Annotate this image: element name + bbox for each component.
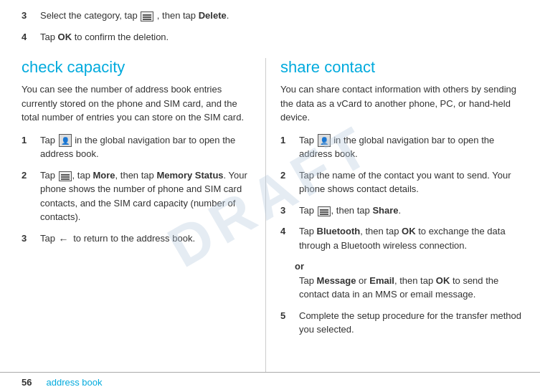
share-step-3: 3 Tap , then tap Share.: [280, 204, 526, 218]
footer-label: address book: [46, 377, 102, 388]
footer: 56 address book: [0, 372, 540, 392]
person-icon-share: 👤: [318, 134, 331, 147]
share-step-text-4: Tap Bluetooth, then tap OK to exchange t…: [299, 224, 526, 252]
share-step-number-3: 3: [280, 204, 295, 218]
step-text: Select the category, tap , then tap Dele…: [40, 9, 265, 23]
share-step-number-1: 1: [280, 133, 295, 161]
share-step-text-2: Tap the name of the contact you want to …: [299, 168, 526, 196]
right-column: share contact You can share contact info…: [265, 58, 540, 372]
share-step-text-3: Tap , then tap Share.: [299, 204, 526, 218]
step-text: Tap OK to confirm the deletion.: [40, 30, 265, 44]
step-number-1: 1: [22, 133, 36, 161]
step-text-3: Tap ← to return to the address book.: [40, 231, 251, 246]
share-contact-steps: 1 Tap 👤 in the global navigation bar to …: [280, 133, 526, 337]
check-capacity-steps: 1 Tap 👤 in the global navigation bar to …: [22, 133, 251, 246]
share-step-text-5: Complete the setup procedure for the tra…: [299, 309, 526, 337]
menu-icon-2: [59, 171, 72, 181]
person-icon: 👤: [59, 134, 72, 147]
share-contact-title: share contact: [280, 58, 526, 77]
menu-icon: [141, 11, 153, 21]
share-step-number-4: 4: [280, 224, 295, 252]
check-capacity-intro: You can see the number of address book e…: [22, 82, 251, 125]
step-text-2: Tap , tap More, then tap Memory Status. …: [40, 168, 251, 224]
or-text: or: [295, 261, 304, 272]
page-number: 56: [22, 377, 32, 388]
step-number: 3: [22, 9, 36, 23]
step-1: 1 Tap 👤 in the global navigation bar to …: [22, 133, 251, 161]
share-step-4: 4 Tap Bluetooth, then tap OK to exchange…: [280, 224, 526, 252]
share-step-5: 5 Complete the setup procedure for the t…: [280, 309, 526, 337]
step-text-1: Tap 👤 in the global navigation bar to op…: [40, 133, 251, 161]
step-number-3: 3: [22, 231, 36, 246]
share-step-number-5: 5: [280, 309, 295, 337]
share-step-2: 2 Tap the name of the contact you want t…: [280, 168, 526, 196]
step-2: 2 Tap , tap More, then tap Memory Status…: [22, 168, 251, 224]
step-number: 4: [22, 30, 36, 44]
share-step-text-4b: Tap Message or Email, then tap OK to sen…: [299, 274, 526, 302]
share-step-4b: 4 Tap Message or Email, then tap OK to s…: [280, 274, 526, 302]
share-step-1: 1 Tap 👤 in the global navigation bar to …: [280, 133, 526, 161]
back-icon: ←: [59, 234, 70, 244]
or-separator: or: [280, 259, 526, 274]
content-area: check capacity You can see the number of…: [0, 51, 540, 372]
share-step-number-2: 2: [280, 168, 295, 196]
menu-icon-share: [318, 206, 331, 216]
check-capacity-title: check capacity: [22, 58, 251, 77]
step-number-2: 2: [22, 168, 36, 224]
share-contact-intro: You can share contact information with o…: [280, 82, 526, 125]
page-container: DRAFT 3 Select the category, tap , then …: [0, 0, 540, 392]
left-column: check capacity You can see the number of…: [0, 58, 265, 372]
share-step-text-1: Tap 👤 in the global navigation bar to op…: [299, 133, 526, 161]
prev-step-3: 3 Select the category, tap , then tap De…: [22, 9, 265, 23]
step-3: 3 Tap ← to return to the address book.: [22, 231, 251, 246]
prev-step-4: 4 Tap OK to confirm the deletion.: [22, 30, 265, 44]
